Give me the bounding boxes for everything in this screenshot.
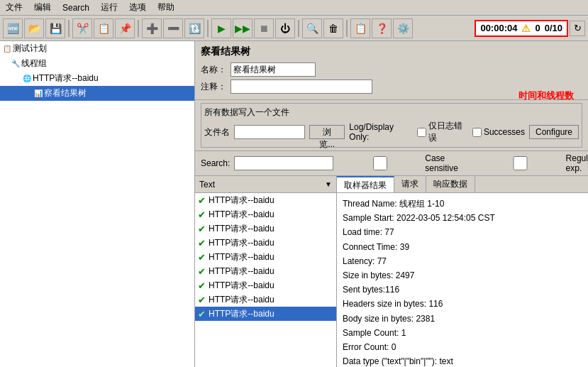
clear-btn[interactable]: 🗑 — [323, 18, 343, 38]
sep1 — [68, 20, 70, 37]
check-icon: ✔ — [198, 295, 206, 305]
list-item[interactable]: ✔HTTP请求--baidu — [195, 292, 336, 307]
http-request-icon: 🌐 — [23, 75, 31, 82]
check-icon: ✔ — [198, 252, 206, 263]
dropdown-arrow[interactable]: ▼ — [325, 180, 332, 188]
result-title: 察看结果树 — [201, 45, 582, 58]
load-time: Load time: 77 — [343, 226, 582, 239]
item-label: HTTP请求--baidu — [209, 223, 274, 235]
left-panel: 📋 测试计划 🔧 线程组 🌐 HTTP请求--baidu 📊 察看结果树 — [0, 41, 195, 367]
toggle-btn[interactable]: 🔃 — [184, 18, 204, 38]
timer-box: 00:00:04 ⚠ 0 0/10 — [475, 20, 568, 37]
item-label: HTTP请求--baidu — [209, 237, 274, 249]
list-btn[interactable]: 📋 — [350, 18, 370, 38]
paste-btn[interactable]: 📌 — [115, 18, 135, 38]
name-label: 名称： — [201, 64, 226, 76]
item-label: HTTP请求--baidu — [209, 280, 274, 292]
menu-search[interactable]: Search — [60, 2, 92, 13]
save-btn[interactable]: 💾 — [45, 18, 65, 38]
menu-run[interactable]: 运行 — [98, 1, 121, 14]
tab-response-data[interactable]: 响应数据 — [426, 176, 475, 192]
body-size: Body size in bytes: 2381 — [343, 312, 582, 326]
sep4 — [298, 20, 299, 37]
tab-sampler-result[interactable]: 取样器结果 — [337, 176, 394, 192]
sep5 — [346, 20, 348, 37]
shutdown-btn[interactable]: ⏻ — [275, 18, 295, 38]
play-no-pause-btn[interactable]: ▶▶ — [233, 18, 253, 38]
toolbar: 🆕 📂 💾 ✂️ 📋 📌 ➕ ➖ 🔃 ▶ ▶▶ ⏹ ⏻ 🔍 🗑 📋 ❓ ⚙️ 0… — [0, 16, 588, 41]
collapse-btn[interactable]: ➖ — [163, 18, 183, 38]
check-icon: ✔ — [198, 238, 206, 248]
main-area: 📋 测试计划 🔧 线程组 🌐 HTTP请求--baidu 📊 察看结果树 时间和… — [0, 41, 588, 367]
item-label: HTTP请求--baidu — [209, 308, 274, 320]
copy-btn[interactable]: 📋 — [94, 18, 113, 38]
name-input[interactable] — [231, 62, 316, 77]
list-item[interactable]: ✔HTTP请求--baidu — [195, 236, 336, 250]
refresh-btn[interactable]: ↻ — [570, 21, 585, 36]
check-icon: ✔ — [198, 309, 206, 319]
name-row: 名称： — [201, 62, 582, 77]
item-label: HTTP请求--baidu — [209, 195, 274, 207]
list-item[interactable]: ✔HTTP请求--baidu — [195, 193, 336, 207]
configure-button[interactable]: Configure — [529, 125, 579, 139]
errors-checkbox[interactable] — [417, 128, 426, 137]
menu-file[interactable]: 文件 — [3, 1, 26, 14]
menu-edit[interactable]: 编辑 — [31, 1, 54, 14]
errors-checkbox-label: 仅日志错误 — [417, 120, 468, 144]
list-item[interactable]: ✔HTTP请求--baidu — [195, 264, 336, 278]
error-count: Error Count: 0 — [343, 341, 582, 354]
search-toolbar-btn[interactable]: 🔍 — [302, 18, 322, 38]
tree-item-result-tree[interactable]: 📊 察看结果树 — [0, 86, 194, 101]
list-item[interactable]: ✔HTTP请求--baidu — [195, 307, 336, 321]
expand-btn[interactable]: ➕ — [142, 18, 162, 38]
regular-exp-label: Regular exp. — [477, 153, 588, 173]
text-list-header: Text ▼ — [195, 176, 336, 193]
sample-count: Sample Count: 1 — [343, 327, 582, 340]
log-display-label: Log/Display Only: — [349, 122, 412, 142]
open-btn[interactable]: 📂 — [24, 18, 44, 38]
comment-input[interactable] — [231, 80, 372, 94]
time-thread-label: 时间和线程数 — [518, 89, 574, 102]
stop-btn[interactable]: ⏹ — [254, 18, 274, 38]
file-input[interactable] — [234, 125, 305, 139]
menu-help[interactable]: 帮助 — [155, 1, 177, 14]
warning-icon: ⚠ — [521, 23, 531, 34]
list-item[interactable]: ✔HTTP请求--baidu — [195, 278, 336, 292]
timer-display: 00:00:04 — [480, 23, 517, 33]
item-label: HTTP请求--baidu — [209, 251, 274, 263]
tree-item-test-plan[interactable]: 📋 测试计划 — [0, 41, 194, 56]
regular-exp-checkbox[interactable] — [477, 156, 564, 170]
check-icon: ✔ — [198, 195, 206, 206]
list-item[interactable]: ✔HTTP请求--baidu — [195, 250, 336, 264]
file-section: 所有数据写入一个文件 文件名 浏览... Log/Display Only: 仅… — [201, 103, 582, 148]
browse-button[interactable]: 浏览... — [309, 125, 345, 139]
case-sensitive-checkbox[interactable] — [338, 156, 423, 170]
file-row: 文件名 浏览... Log/Display Only: 仅日志错误 Succes… — [204, 120, 579, 144]
file-section-label: 所有数据写入一个文件 — [204, 106, 579, 119]
thread-count: 0/10 — [545, 23, 562, 33]
result-tree-label: 察看结果树 — [44, 87, 87, 99]
tree-item-thread-group[interactable]: 🔧 线程组 — [0, 56, 194, 71]
help-btn[interactable]: ❓ — [372, 18, 392, 38]
list-item[interactable]: ✔HTTP请求--baidu — [195, 221, 336, 236]
play-btn[interactable]: ▶ — [211, 18, 231, 38]
search-bar: Search: Case sensitive Regular exp. Sear… — [195, 150, 588, 176]
thread-group-icon: 🔧 — [11, 60, 20, 67]
config-btn[interactable]: ⚙️ — [393, 18, 413, 38]
list-item[interactable]: ✔HTTP请求--baidu — [195, 207, 336, 221]
text-list-label: Text — [199, 180, 215, 190]
cut-btn[interactable]: ✂️ — [72, 18, 92, 38]
successes-checkbox[interactable] — [472, 128, 482, 137]
tab-request[interactable]: 请求 — [394, 176, 426, 192]
search-input[interactable] — [234, 156, 333, 170]
detail-panel: 取样器结果 请求 响应数据 Thread Name: 线程组 1-10 Samp… — [337, 176, 588, 367]
tree-item-http-request[interactable]: 🌐 HTTP请求--baidu — [0, 71, 194, 86]
menu-options[interactable]: 选项 — [126, 1, 149, 14]
new-btn[interactable]: 🆕 — [3, 18, 23, 38]
http-request-label: HTTP请求--baidu — [33, 72, 99, 84]
results-area: Text ▼ ✔HTTP请求--baidu✔HTTP请求--baidu✔HTTP… — [195, 176, 588, 367]
sample-start: Sample Start: 2022-03-05 12:54:05 CST — [343, 212, 582, 225]
comment-label: 注释： — [201, 81, 226, 93]
check-icon: ✔ — [198, 224, 206, 234]
sep3 — [207, 20, 209, 37]
